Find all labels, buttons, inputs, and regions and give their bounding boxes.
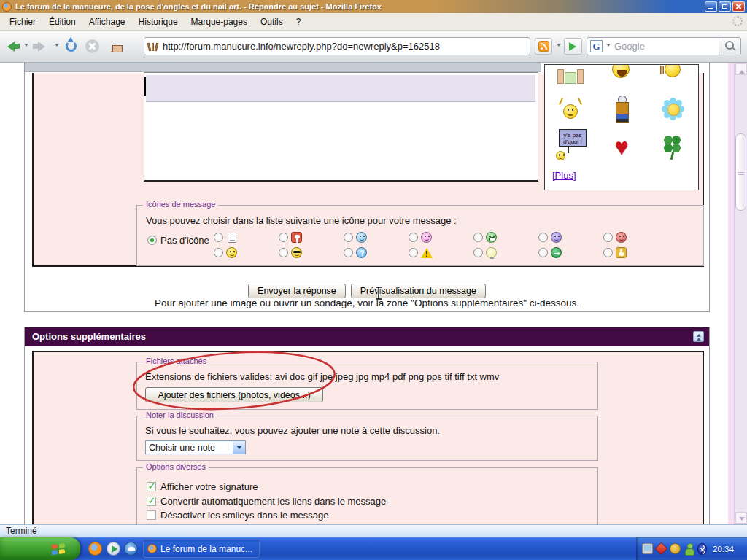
icon-radio[interactable]	[603, 233, 613, 242]
antivirus-tray-icon[interactable]	[654, 542, 667, 555]
google-logo-icon[interactable]: G	[590, 40, 603, 52]
warning-icon	[421, 248, 433, 258]
menu-affichage[interactable]: Affichage	[82, 14, 132, 30]
rss-dropdown-icon[interactable]	[557, 44, 561, 49]
reload-icon[interactable]	[66, 41, 77, 52]
smiley-heart[interactable]: ♥	[615, 136, 629, 158]
forward-dropdown-icon[interactable]	[55, 44, 59, 49]
no-icon-option[interactable]: Pas d'icône	[147, 235, 209, 246]
icon-radio[interactable]	[473, 233, 483, 242]
start-button[interactable]	[0, 537, 80, 560]
scrollbar-thumb[interactable]	[735, 133, 746, 211]
icon-radio[interactable]	[538, 248, 548, 257]
menu-aide[interactable]: ?	[290, 14, 308, 30]
message-icon-option-document[interactable]	[214, 232, 279, 243]
add-files-button[interactable]: Ajouter des fichiers (photos, vidéos...)	[145, 387, 323, 402]
icon-radio[interactable]	[214, 233, 223, 242]
icon-radio[interactable]	[344, 233, 353, 242]
menu-edition[interactable]: Édition	[42, 14, 82, 30]
quicklaunch-thunderbird-icon[interactable]	[124, 542, 138, 556]
menu-historique[interactable]: Historique	[132, 14, 185, 30]
back-dropdown-icon[interactable]	[24, 44, 28, 49]
scroll-down-icon[interactable]	[735, 512, 747, 524]
search-engine-dropdown-icon[interactable]	[606, 44, 611, 49]
display-tray-icon[interactable]	[642, 543, 653, 554]
message-icon-option-cool[interactable]	[344, 232, 409, 243]
message-icon-option-sunglasses[interactable]	[279, 247, 344, 258]
disable-smilies-checkbox[interactable]	[147, 510, 156, 520]
message-icon-option-smile[interactable]	[214, 247, 279, 258]
icon-radio[interactable]	[279, 233, 288, 242]
menu-marque-pages[interactable]: Marque-pages	[185, 14, 254, 30]
close-button[interactable]	[732, 1, 745, 12]
go-button[interactable]	[564, 38, 582, 55]
message-icon-option-pink-smile[interactable]	[409, 232, 473, 243]
message-icon-option-lightbulb[interactable]	[473, 247, 538, 258]
message-icon-option-angry[interactable]	[603, 232, 668, 243]
message-textarea[interactable]	[144, 72, 538, 182]
message-icon-option-big-grin[interactable]	[473, 232, 538, 243]
firefox-task-button[interactable]: Le forum de la manuc...	[143, 540, 260, 558]
quicklaunch-firefox-icon[interactable]	[88, 542, 102, 556]
search-icon[interactable]	[719, 38, 740, 55]
icon-radio[interactable]	[279, 248, 288, 257]
message-icon-option-mad[interactable]	[538, 232, 603, 243]
quoted-text-block	[146, 75, 535, 102]
send-reply-button[interactable]: Envoyer la réponse	[248, 284, 346, 298]
bluetooth-tray-icon[interactable]	[697, 543, 707, 555]
preview-message-button[interactable]: Prévisualisation du message	[351, 284, 486, 298]
search-bar[interactable]: G	[587, 37, 741, 55]
search-input[interactable]	[613, 40, 719, 52]
scroll-up-icon[interactable]	[735, 63, 747, 75]
rating-select[interactable]: Choisir une note	[145, 440, 246, 454]
auto-parse-links-checkbox[interactable]	[147, 497, 156, 506]
icon-radio[interactable]	[214, 248, 223, 257]
rss-button[interactable]	[535, 38, 552, 55]
smiley-laugh[interactable]	[612, 69, 631, 79]
smiley-cheer[interactable]	[556, 65, 585, 84]
menu-outils[interactable]: Outils	[254, 14, 290, 30]
coin-tray-icon[interactable]	[670, 543, 681, 554]
icon-radio[interactable]	[538, 233, 548, 242]
messenger-tray-icon[interactable]	[684, 543, 694, 554]
message-icon-option-question[interactable]	[344, 247, 409, 258]
message-icon-option-arrow-right[interactable]	[538, 247, 603, 258]
site-favicon	[148, 42, 158, 51]
smiley-man[interactable]	[613, 96, 630, 122]
icon-radio[interactable]	[603, 248, 613, 257]
collapse-section-button[interactable]	[693, 331, 704, 342]
smiley-hands-up[interactable]	[558, 98, 583, 120]
forward-button[interactable]	[31, 36, 53, 58]
quicklaunch-media-player-icon[interactable]	[107, 542, 120, 556]
message-icon-option-thumbs-down[interactable]	[279, 232, 344, 243]
show-signature-option[interactable]: Afficher votre signature	[147, 481, 258, 492]
back-button[interactable]	[0, 36, 22, 58]
smilies-more-link[interactable]: [Plus]	[552, 170, 576, 181]
message-icon-option-warning[interactable]	[409, 247, 473, 258]
auto-parse-links-option[interactable]: Convertir automatiquement les liens dans…	[147, 496, 386, 507]
home-icon[interactable]	[109, 41, 124, 52]
url-input[interactable]	[161, 40, 526, 52]
misc-options-legend: Options diverses	[143, 462, 209, 471]
smiley-flower[interactable]	[658, 94, 687, 123]
icon-radio[interactable]	[344, 248, 353, 257]
vertical-scrollbar[interactable]	[734, 63, 747, 524]
show-signature-checkbox[interactable]	[147, 482, 156, 491]
menu-fichier[interactable]: Fichier	[3, 14, 42, 30]
icon-radio[interactable]	[409, 233, 418, 242]
icon-radio[interactable]	[473, 248, 483, 257]
disable-smilies-option[interactable]: Désactiver les smileys dans le message	[147, 510, 328, 521]
system-tray: 20:34	[636, 537, 747, 560]
url-bar[interactable]	[144, 37, 530, 55]
restore-button[interactable]	[719, 1, 731, 12]
minimize-button[interactable]	[705, 1, 717, 12]
stop-icon[interactable]	[85, 39, 99, 53]
angry-icon	[616, 232, 627, 243]
icon-radio[interactable]	[409, 248, 418, 257]
message-icon-option-thumbs-up[interactable]	[603, 247, 668, 258]
no-icon-radio[interactable]	[147, 236, 157, 245]
smiley-sign[interactable]: y'a pasd'quoi !	[553, 129, 588, 164]
select-dropdown-icon[interactable]	[233, 441, 245, 454]
smiley-clover[interactable]	[659, 133, 686, 160]
smiley-laughdrink[interactable]	[660, 69, 685, 80]
